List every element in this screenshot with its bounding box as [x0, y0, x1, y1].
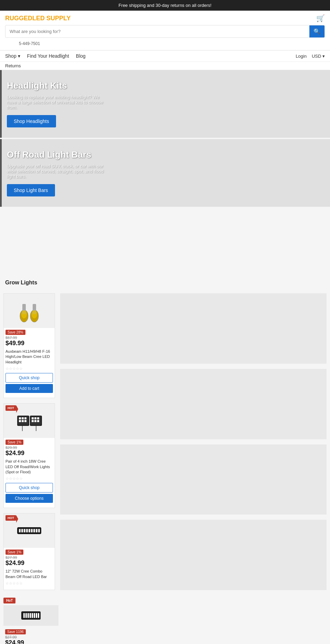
nav-shop[interactable]: Shop ▾	[5, 53, 20, 59]
svg-rect-44	[38, 613, 39, 618]
save-badge-2: Save 1%	[6, 440, 23, 445]
add-to-cart-btn-1[interactable]: Add to cart	[6, 384, 53, 393]
svg-rect-31	[31, 529, 33, 532]
hero2-desc: Upgrade your off road SUV, truck, or car…	[7, 163, 110, 179]
mid-spacer	[0, 207, 330, 275]
choose-options-btn-2[interactable]: Choose options	[6, 494, 53, 503]
product-card-3: HOT Save 1%	[3, 513, 55, 590]
svg-rect-27	[21, 529, 23, 532]
search-button[interactable]: 🔍	[309, 25, 324, 37]
svg-rect-34	[38, 529, 40, 532]
nav-find-headlight[interactable]: Find Your Headlight	[27, 53, 69, 59]
hero1-title: Headlight Kits	[7, 80, 323, 91]
quick-shop-btn-1[interactable]: Quick shop	[6, 373, 53, 383]
price-new-1: $49.99	[4, 340, 55, 348]
products-column: Save 28% $67.99 $49.99 Auxbeam H11/H9/H8…	[2, 292, 57, 592]
stars-1: ☆☆☆☆☆	[4, 366, 55, 372]
hero-headlights: Headlight Kits Looking to replace your e…	[0, 70, 330, 138]
logo-suffix: SUPPLY	[45, 15, 70, 22]
svg-rect-12	[24, 417, 26, 419]
svg-rect-33	[36, 529, 37, 532]
svg-rect-19	[32, 420, 34, 422]
svg-rect-17	[34, 417, 36, 419]
svg-rect-29	[26, 529, 28, 532]
shop-lightbars-button[interactable]: Shop Light Bars	[7, 184, 55, 196]
logo-accent: LED	[32, 15, 45, 22]
hot-badge-3: HOT	[6, 515, 16, 521]
stars-2: ☆☆☆☆☆	[4, 476, 55, 482]
nav-login[interactable]: Login	[296, 54, 307, 59]
product-name-1: Auxbeam H11/H9/H8 F-16 High/Low Beam Cre…	[4, 348, 55, 366]
svg-rect-43	[36, 613, 37, 618]
price-old-3: $27.99	[4, 555, 55, 560]
svg-rect-10	[19, 417, 21, 419]
svg-rect-39	[28, 613, 29, 618]
logo[interactable]: RUGGEDLED SUPPLY	[5, 15, 70, 22]
hot-badge-bottom: HoT	[3, 598, 15, 603]
side-panel-2	[60, 369, 327, 439]
product-name-3: 12" 72W Cree Combo Beam Off Road LED Bar	[4, 568, 55, 580]
grow-lights-title: Grow Lights	[5, 280, 37, 285]
save-text-3: Save 1%	[8, 550, 21, 554]
returns-label: Returns	[5, 63, 21, 68]
phone-row: 5-449-7501	[5, 41, 325, 47]
svg-rect-15	[24, 420, 26, 422]
svg-rect-21	[37, 420, 39, 422]
svg-rect-30	[29, 529, 30, 532]
header: RUGGEDLED SUPPLY 🛒 🔍 5-449-7501	[0, 11, 330, 50]
svg-rect-20	[34, 420, 36, 422]
hot-badge-2: HOT	[6, 405, 16, 411]
price-new-2: $24.99	[4, 450, 55, 458]
hero1-desc: Looking to replace your existing headlig…	[7, 94, 110, 110]
svg-rect-11	[22, 417, 24, 419]
price-old-bottom: $27.99	[3, 635, 58, 639]
grow-lights-section: Grow Lights	[0, 275, 330, 290]
search-input[interactable]	[6, 26, 309, 37]
banner-text: Free shipping and 30-day returns on all …	[119, 3, 211, 8]
nav-blog[interactable]: Blog	[76, 53, 86, 59]
side-panel-3	[60, 444, 327, 515]
side-panel-1	[60, 293, 327, 364]
quick-shop-btn-2[interactable]: Quick shop	[6, 483, 53, 493]
hero2-title: Off Road Light Bars	[7, 149, 323, 160]
svg-rect-13	[19, 420, 21, 422]
search-bar: 🔍	[5, 25, 325, 38]
save-text-bottom: Save 1196	[7, 630, 24, 634]
svg-rect-16	[32, 417, 34, 419]
left-accent-2	[0, 139, 2, 207]
svg-point-5	[32, 310, 37, 318]
product-card-2: HOT	[3, 403, 55, 508]
shop-headlights-button[interactable]: Shop Headlights	[7, 115, 56, 127]
bottom-product-img	[3, 605, 58, 626]
phone-number: 5-449-7501	[19, 41, 40, 46]
price-old-2: $29.99	[4, 445, 55, 450]
product-card-1: Save 28% $67.99 $49.99 Auxbeam H11/H9/H8…	[3, 293, 55, 398]
price-old-1: $67.99	[4, 336, 55, 340]
svg-rect-37	[23, 613, 25, 618]
top-banner: Free shipping and 30-day returns on all …	[0, 0, 330, 11]
side-panels	[58, 292, 328, 592]
left-accent-1	[0, 70, 2, 138]
save-text-1: Save 28%	[8, 330, 23, 334]
headlight-img	[15, 297, 43, 325]
product-img-1	[4, 294, 55, 328]
bottom-ledbar-img	[21, 609, 41, 622]
cart-icon[interactable]: 🛒	[316, 14, 325, 22]
nav-returns[interactable]: Returns	[0, 62, 330, 70]
hero-lightbars: Off Road Light Bars Upgrade your off roa…	[0, 139, 330, 207]
side-panel-4	[60, 520, 327, 590]
bottom-product-card: HoT Save 1196 $27.99 $24.99 12" 72W Cree…	[3, 597, 58, 644]
svg-rect-26	[19, 529, 21, 532]
svg-rect-40	[30, 613, 31, 618]
stars-3: ☆☆☆☆☆	[4, 580, 55, 586]
nav-currency[interactable]: USD ▾	[312, 54, 325, 59]
products-area: Save 28% $67.99 $49.99 Auxbeam H11/H9/H8…	[0, 290, 330, 594]
product-name-2: Pair of 4 inch 18W Cree LED Off Road/Wor…	[4, 458, 55, 476]
ledbar-img	[15, 517, 43, 544]
svg-rect-18	[37, 417, 39, 419]
price-new-3: $24.99	[4, 560, 55, 568]
save-badge-bottom: Save 1196	[5, 629, 26, 634]
worklight-img	[15, 407, 43, 434]
svg-rect-41	[32, 613, 33, 618]
svg-point-4	[21, 310, 27, 318]
